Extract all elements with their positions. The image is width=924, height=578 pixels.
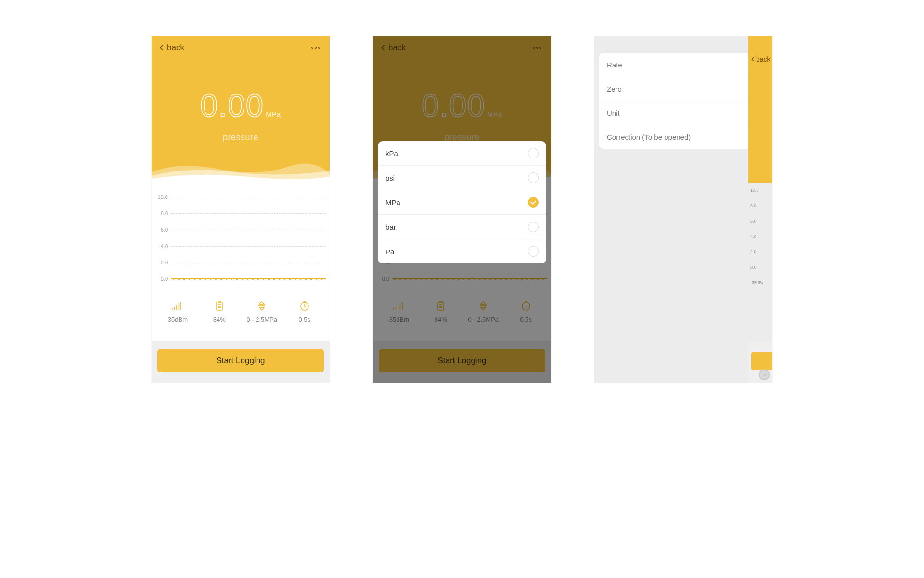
y-tick: 0.0 xyxy=(750,265,771,270)
stat-range: 0 - 2.5MPa xyxy=(241,300,283,323)
stat-interval-label: 0.5s xyxy=(283,316,326,323)
back-label: back xyxy=(167,43,184,53)
phone-main: back 0.00 MPa pressure 10.0 8.0 6.0 4.0 … xyxy=(152,36,330,383)
peek-next-screen: back 10.0 8.0 6.0 4.0 2.0 0.0 -35dBr xyxy=(748,36,772,383)
arrow-right-icon xyxy=(762,372,767,378)
phone-unit-picker: back 0.00 MPa pressure 10.0 8.0 6.0 4.0 … xyxy=(373,36,551,383)
settings-label: Rate xyxy=(607,61,622,69)
peek-back-label: back xyxy=(756,55,770,63)
radio-icon xyxy=(528,148,539,158)
settings-label: Correction (To be opened) xyxy=(607,133,691,141)
y-tick: 6.0 xyxy=(155,227,171,233)
chart-baseline xyxy=(171,278,326,279)
settings-item-unit[interactable]: Unit› xyxy=(599,101,768,125)
radio-icon xyxy=(528,222,539,232)
gridline xyxy=(171,246,326,247)
settings-label: Unit xyxy=(607,109,620,117)
dot-icon xyxy=(318,47,320,49)
stats-row: -35dBm 84% 0 - 2.5MPa 0.5s xyxy=(152,291,330,327)
y-tick: 6.0 xyxy=(750,219,771,223)
header: back 0.00 MPa pressure xyxy=(152,36,330,183)
unit-label: bar xyxy=(385,223,396,231)
y-tick: 2.0 xyxy=(750,250,771,254)
unit-option-psi[interactable]: psi xyxy=(378,166,546,190)
unit-option-bar[interactable]: bar xyxy=(378,215,546,239)
unit-option-pa[interactable]: Pa xyxy=(378,239,546,263)
dot-icon xyxy=(315,47,317,49)
y-tick: 10.0 xyxy=(750,188,771,193)
back-button[interactable]: back xyxy=(158,43,184,53)
gridline xyxy=(171,213,326,214)
wave-decoration xyxy=(152,158,330,183)
bottom-bar: Start Logging xyxy=(152,341,330,383)
radio-icon xyxy=(528,172,539,183)
settings-item-zero[interactable]: Zero› xyxy=(599,77,768,101)
signal-icon xyxy=(171,300,182,312)
unit-label: psi xyxy=(385,174,395,182)
stat-battery-label: 84% xyxy=(198,316,241,323)
stat-signal-label: -35dBm xyxy=(155,316,198,323)
peek-chart: 10.0 8.0 6.0 4.0 2.0 0.0 xyxy=(748,183,772,270)
y-tick: 8.0 xyxy=(155,210,171,216)
settings-item-correction[interactable]: Correction (To be opened)› xyxy=(599,125,768,149)
y-tick: 4.0 xyxy=(750,234,771,239)
clipboard-icon xyxy=(214,300,225,312)
reading-display: 0.00 MPa pressure xyxy=(152,87,330,143)
phone-settings: Rate› Zero› Unit› Correction (To be open… xyxy=(594,36,772,383)
radio-checked-icon xyxy=(528,197,539,208)
dot-icon xyxy=(311,47,313,49)
radio-icon xyxy=(528,246,539,257)
chart-area: 10.0 8.0 6.0 4.0 2.0 0.0 xyxy=(152,183,330,291)
peek-back-button[interactable]: back xyxy=(750,55,770,63)
chevron-left-icon xyxy=(750,57,755,62)
reading-value: 0.00 xyxy=(200,87,264,124)
settings-panel: Rate› Zero› Unit› Correction (To be open… xyxy=(599,53,768,149)
unit-option-mpa[interactable]: MPa xyxy=(378,190,546,215)
unit-picker: kPa psi MPa bar Pa xyxy=(378,141,546,263)
stat-interval: 0.5s xyxy=(283,300,326,323)
y-tick: 10.0 xyxy=(155,194,171,200)
unit-label: Pa xyxy=(385,248,394,256)
chevron-left-icon xyxy=(158,44,165,51)
y-tick: 0.0 xyxy=(155,276,171,282)
settings-item-rate[interactable]: Rate› xyxy=(599,53,768,77)
reading-unit: MPa xyxy=(266,110,281,118)
stat-signal: -35dBm xyxy=(155,300,198,323)
timer-icon xyxy=(299,300,310,312)
unit-option-kpa[interactable]: kPa xyxy=(378,141,546,166)
y-tick: 8.0 xyxy=(750,203,771,208)
more-button[interactable] xyxy=(308,44,323,52)
peek-next-icon[interactable] xyxy=(759,369,770,380)
reading-label: pressure xyxy=(152,132,330,143)
settings-label: Zero xyxy=(607,85,622,93)
navbar: back xyxy=(152,36,330,59)
peek-header: back xyxy=(748,36,772,183)
gridline xyxy=(171,263,326,263)
unit-label: kPa xyxy=(385,149,398,158)
unit-label: MPa xyxy=(385,198,400,207)
gridline xyxy=(171,197,326,197)
start-logging-button[interactable]: Start Logging xyxy=(157,349,324,372)
peek-start-button[interactable] xyxy=(751,352,772,370)
gridline xyxy=(171,230,326,230)
peek-stat-signal: -35dBr xyxy=(748,280,772,285)
range-icon xyxy=(256,300,268,312)
y-tick: 4.0 xyxy=(155,243,171,249)
stat-battery: 84% xyxy=(198,300,241,323)
stat-range-label: 0 - 2.5MPa xyxy=(241,316,283,323)
y-tick: 2.0 xyxy=(155,260,171,265)
